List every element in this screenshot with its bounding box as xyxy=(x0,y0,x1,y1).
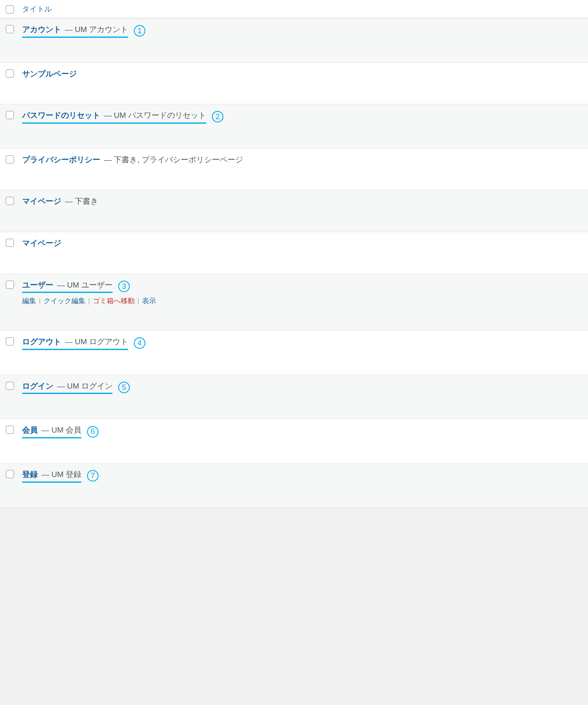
select-row-checkbox[interactable] xyxy=(6,25,14,33)
select-row-checkbox[interactable] xyxy=(6,69,14,78)
table-row: 会員 — UM 会員 6 編集 | クイック編集 | ゴミ箱へ移動 | 表示 xyxy=(0,419,588,463)
table-row: プライバシーポリシー — 下書き, プライバシーポリシーページ 編集 | クイッ… xyxy=(0,149,588,191)
title-cell: ユーザー — UM ユーザー 3 編集 | クイック編集 | ゴミ箱へ移動 | … xyxy=(22,280,156,306)
select-row-checkbox[interactable] xyxy=(6,337,14,346)
annotation-underline xyxy=(22,482,81,483)
annotation-underline xyxy=(22,292,113,293)
column-title-header[interactable]: タイトル xyxy=(22,4,52,14)
select-row-checkbox[interactable] xyxy=(6,155,14,164)
page-title-link[interactable]: サンプルページ xyxy=(22,69,77,78)
title-cell: マイページ — 下書き 編集 | クイック編集 | ゴミ箱へ移動 | 表示 xyxy=(22,196,98,207)
annotation-badge: 5 xyxy=(118,382,130,393)
annotation-badge: 4 xyxy=(134,337,145,349)
title-line: アカウント — UM アカウント 1 xyxy=(22,24,145,38)
table-row: マイページ 編集 | クイック編集 | ゴミ箱へ移動 | 表示 xyxy=(0,232,588,274)
title-cell: ログイン — UM ログイン 5 編集 | クイック編集 | ゴミ箱へ移動 | … xyxy=(22,381,130,394)
select-row-checkbox[interactable] xyxy=(6,382,14,390)
page-title-suffix: — UM 会員 xyxy=(41,426,81,434)
suffix-dash: — xyxy=(41,470,51,479)
title-line: 会員 — UM 会員 6 xyxy=(22,425,99,438)
annotation-badge: 1 xyxy=(134,25,145,37)
annotation-underline xyxy=(22,437,81,438)
underline-wrap: サンプルページ xyxy=(22,69,77,80)
annotation-badge: 3 xyxy=(118,281,130,292)
page-title-link[interactable]: マイページ xyxy=(22,239,61,247)
underline-wrap: マイページ — 下書き xyxy=(22,196,98,207)
table-header: タイトル xyxy=(0,0,588,18)
view-link[interactable]: 表示 xyxy=(142,297,156,305)
select-row-checkbox[interactable] xyxy=(6,281,14,289)
select-row-checkbox[interactable] xyxy=(6,197,14,205)
suffix-dash: — xyxy=(57,281,67,289)
suffix-dash: — xyxy=(104,155,114,164)
title-line: ユーザー — UM ユーザー 3 xyxy=(22,280,156,293)
page-title-link[interactable]: ログアウト xyxy=(22,337,61,346)
table-row: マイページ — 下書き 編集 | クイック編集 | ゴミ箱へ移動 | 表示 xyxy=(0,190,588,232)
title-line: ログイン — UM ログイン 5 xyxy=(22,381,130,394)
underline-wrap: ユーザー — UM ユーザー xyxy=(22,280,113,293)
suffix-dash: — xyxy=(65,197,75,205)
table-row: アカウント — UM アカウント 1 編集 | クイック編集 | ゴミ箱へ移動 … xyxy=(0,18,588,63)
underline-wrap: パスワードのリセット — UM パスワードのリセット xyxy=(22,110,206,124)
title-cell: サンプルページ 編集 | クイック編集 | ゴミ箱へ移動 | 表示 xyxy=(22,69,77,80)
page-title-link[interactable]: ログイン xyxy=(22,382,53,390)
page-title-link[interactable]: プライバシーポリシー xyxy=(22,155,100,164)
suffix-dash: — xyxy=(65,337,75,346)
row-actions: 編集 | クイック編集 | ゴミ箱へ移動 | 表示 xyxy=(22,296,156,306)
page-title-suffix: — UM ログアウト xyxy=(65,337,128,346)
quick-edit-link[interactable]: クイック編集 xyxy=(44,297,85,305)
select-row-checkbox[interactable] xyxy=(6,111,14,119)
table-row: パスワードのリセット — UM パスワードのリセット 2 編集 | クイック編集… xyxy=(0,104,588,149)
title-line: プライバシーポリシー — 下書き, プライバシーポリシーページ xyxy=(22,154,243,166)
pages-table: タイトル アカウント — UM アカウント 1 xyxy=(0,0,588,508)
page-title-suffix: — UM ログイン xyxy=(57,382,113,390)
table-row: 登録 — UM 登録 7 編集 | クイック編集 | ゴミ箱へ移動 | 表示 xyxy=(0,463,588,508)
page-title-link[interactable]: ユーザー xyxy=(22,281,53,289)
underline-wrap: ログアウト — UM ログアウト xyxy=(22,336,128,350)
underline-wrap: プライバシーポリシー — 下書き, プライバシーポリシーページ xyxy=(22,154,243,166)
page-title-link[interactable]: 会員 xyxy=(22,426,38,434)
select-all-checkbox[interactable] xyxy=(6,5,14,14)
annotation-badge: 7 xyxy=(87,470,99,482)
select-row-checkbox[interactable] xyxy=(6,426,14,434)
page-title-suffix: — UM パスワードのリセット xyxy=(104,111,206,120)
select-row-checkbox[interactable] xyxy=(6,239,14,247)
page-title-link[interactable]: マイページ xyxy=(22,197,61,205)
title-cell: プライバシーポリシー — 下書き, プライバシーポリシーページ 編集 | クイッ… xyxy=(22,154,243,166)
page-title-link[interactable]: 登録 xyxy=(22,470,38,479)
suffix-text: UM ログアウト xyxy=(75,337,128,346)
annotation-underline xyxy=(22,122,206,124)
trash-link[interactable]: ゴミ箱へ移動 xyxy=(93,297,135,305)
page-title-link[interactable]: アカウント xyxy=(22,25,61,34)
title-cell: 登録 — UM 登録 7 編集 | クイック編集 | ゴミ箱へ移動 | 表示 xyxy=(22,469,99,483)
page-title-link[interactable]: パスワードのリセット xyxy=(22,111,100,120)
annotation-underline xyxy=(22,349,128,350)
suffix-text: 下書き xyxy=(75,197,98,205)
annotation-badge: 2 xyxy=(212,111,223,122)
page-title-suffix: — 下書き, プライバシーポリシーページ xyxy=(104,155,243,164)
title-line: 登録 — UM 登録 7 xyxy=(22,469,99,483)
title-line: パスワードのリセット — UM パスワードのリセット 2 xyxy=(22,110,223,124)
select-row-checkbox[interactable] xyxy=(6,470,14,478)
suffix-text: UM ログイン xyxy=(67,382,113,390)
title-line: マイページ xyxy=(22,238,61,249)
title-cell: アカウント — UM アカウント 1 編集 | クイック編集 | ゴミ箱へ移動 … xyxy=(22,24,145,38)
suffix-text: UM 登録 xyxy=(51,470,81,479)
table-row: ログアウト — UM ログアウト 4 編集 | クイック編集 | ゴミ箱へ移動 … xyxy=(0,331,588,375)
title-cell: 会員 — UM 会員 6 編集 | クイック編集 | ゴミ箱へ移動 | 表示 xyxy=(22,425,99,438)
title-cell: ログアウト — UM ログアウト 4 編集 | クイック編集 | ゴミ箱へ移動 … xyxy=(22,336,145,350)
title-cell: マイページ 編集 | クイック編集 | ゴミ箱へ移動 | 表示 xyxy=(22,238,61,249)
table-row: ユーザー — UM ユーザー 3 編集 | クイック編集 | ゴミ箱へ移動 | … xyxy=(0,274,588,331)
suffix-text: UM ユーザー xyxy=(67,281,113,289)
suffix-text: 下書き, プライバシーポリシーページ xyxy=(114,155,243,164)
underline-wrap: アカウント — UM アカウント xyxy=(22,24,128,38)
title-cell: パスワードのリセット — UM パスワードのリセット 2 編集 | クイック編集… xyxy=(22,110,223,124)
page-title-suffix: — 下書き xyxy=(65,197,98,205)
annotation-underline xyxy=(22,393,113,394)
page-title-suffix: — UM 登録 xyxy=(41,470,81,479)
suffix-dash: — xyxy=(65,25,75,34)
page-title-suffix: — UM ユーザー xyxy=(57,281,113,289)
suffix-dash: — xyxy=(41,426,51,434)
edit-link[interactable]: 編集 xyxy=(22,297,36,305)
annotation-badge: 6 xyxy=(87,426,99,438)
